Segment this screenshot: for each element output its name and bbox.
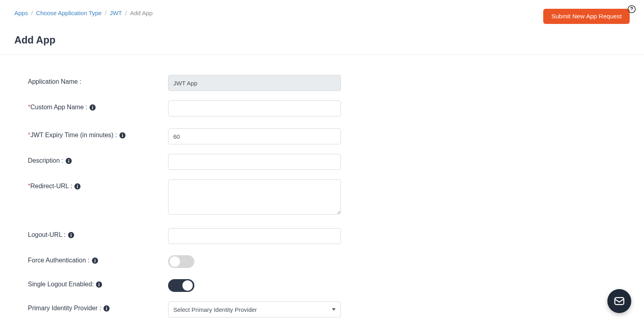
breadcrumb-sep: / <box>31 10 33 16</box>
logout-url-label: Logout-URL : <box>28 228 168 238</box>
redirect-url-label: *Redirect-URL : <box>28 179 168 190</box>
svg-rect-25 <box>106 307 107 310</box>
description-label: Description : <box>28 154 168 164</box>
info-icon[interactable] <box>92 257 98 264</box>
info-icon[interactable] <box>65 158 72 164</box>
breadcrumb-sep: / <box>105 10 106 16</box>
svg-rect-7 <box>122 134 123 137</box>
svg-point-6 <box>122 133 123 134</box>
svg-point-15 <box>70 233 71 234</box>
svg-rect-22 <box>99 284 100 286</box>
application-name-field <box>168 75 341 91</box>
svg-point-12 <box>77 184 78 185</box>
custom-app-name-field[interactable] <box>168 100 341 116</box>
redirect-url-field[interactable] <box>168 179 341 215</box>
svg-point-1 <box>631 11 632 11</box>
breadcrumb-jwt[interactable]: JWT <box>110 10 122 16</box>
svg-rect-19 <box>94 260 95 262</box>
description-field[interactable] <box>168 154 341 170</box>
force-auth-toggle[interactable] <box>168 255 194 268</box>
page-title: Add App <box>14 34 630 55</box>
info-icon[interactable] <box>119 132 126 139</box>
info-icon[interactable] <box>96 281 102 288</box>
info-icon[interactable] <box>89 104 96 111</box>
svg-point-18 <box>94 258 95 259</box>
info-icon[interactable] <box>103 305 110 312</box>
force-auth-label: Force Authentication : <box>28 254 168 264</box>
single-logout-label: Single Logout Enabled: <box>28 278 168 288</box>
svg-rect-16 <box>70 234 71 236</box>
svg-rect-10 <box>68 160 69 162</box>
svg-rect-4 <box>92 106 93 109</box>
svg-rect-13 <box>77 185 78 188</box>
jwt-expiry-label: *JWT Expiry Time (in minutes) : <box>28 128 168 139</box>
add-app-form: Application Name : *Custom App Name : *J… <box>14 64 630 325</box>
primary-idp-label: Primary Identity Provider : <box>28 301 168 312</box>
primary-idp-select[interactable]: Select Primary Identity Provider <box>168 301 341 317</box>
svg-point-21 <box>99 282 100 283</box>
breadcrumb-apps[interactable]: Apps <box>14 10 28 16</box>
jwt-expiry-field[interactable] <box>168 128 341 144</box>
submit-new-app-request-button[interactable]: Submit New App Request <box>543 9 630 24</box>
svg-point-24 <box>106 306 107 307</box>
info-icon[interactable] <box>68 232 74 238</box>
chat-widget-button[interactable] <box>607 289 631 313</box>
breadcrumb-sep: / <box>125 10 127 16</box>
single-logout-toggle[interactable] <box>168 279 194 292</box>
svg-point-3 <box>92 105 93 106</box>
breadcrumb: Apps / Choose Application Type / JWT / A… <box>14 9 153 16</box>
breadcrumb-choose-type[interactable]: Choose Application Type <box>36 10 102 16</box>
logout-url-field[interactable] <box>168 228 341 244</box>
application-name-label: Application Name : <box>28 75 168 85</box>
custom-app-name-label: *Custom App Name : <box>28 100 168 111</box>
breadcrumb-current: Add App <box>130 10 153 16</box>
info-icon[interactable] <box>74 183 81 190</box>
svg-point-9 <box>68 159 69 160</box>
svg-rect-26 <box>615 297 624 305</box>
help-icon[interactable] <box>627 5 636 15</box>
